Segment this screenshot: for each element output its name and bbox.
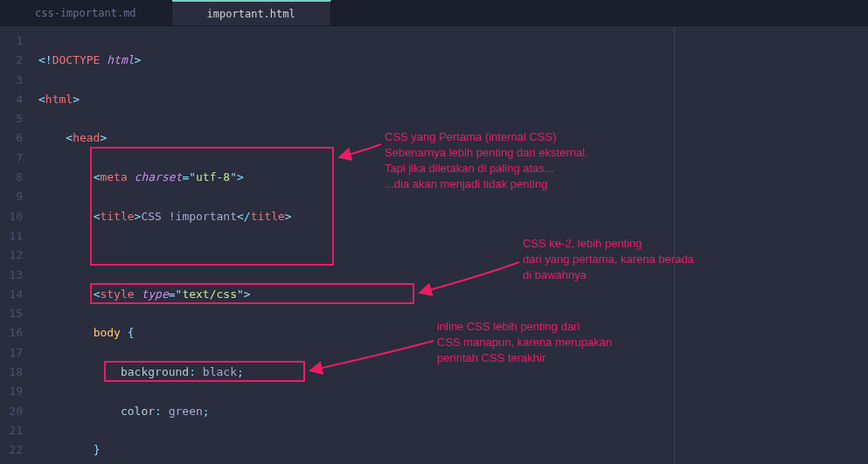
tab-important-html[interactable]: important.html: [172, 0, 331, 25]
code-line: <head>: [38, 128, 868, 148]
editor[interactable]: 1 2 3 4 5 6 7 8 9 10 11 12 13 14 15 16 1…: [0, 26, 868, 464]
code-line: <html>: [38, 90, 868, 109]
code-line: <meta charset="utf-8">: [38, 168, 868, 187]
code-line: color: green;: [38, 402, 868, 421]
tab-css-important-md[interactable]: css-important.md: [0, 0, 172, 25]
tab-bar: css-important.md important.html: [0, 0, 868, 26]
code-line: background: black;: [38, 363, 868, 382]
code-line: <title>CSS !important</title>: [38, 207, 868, 226]
code-line: }: [38, 440, 868, 460]
code-line: <style type="text/css">: [38, 285, 868, 304]
code-area[interactable]: <!DOCTYPE html> <html> <head> <meta char…: [31, 26, 868, 464]
code-line: body {: [38, 323, 868, 343]
code-line: <!DOCTYPE html>: [38, 51, 868, 70]
gutter: 1 2 3 4 5 6 7 8 9 10 11 12 13 14 15 16 1…: [0, 26, 31, 464]
code-line: [38, 246, 868, 265]
